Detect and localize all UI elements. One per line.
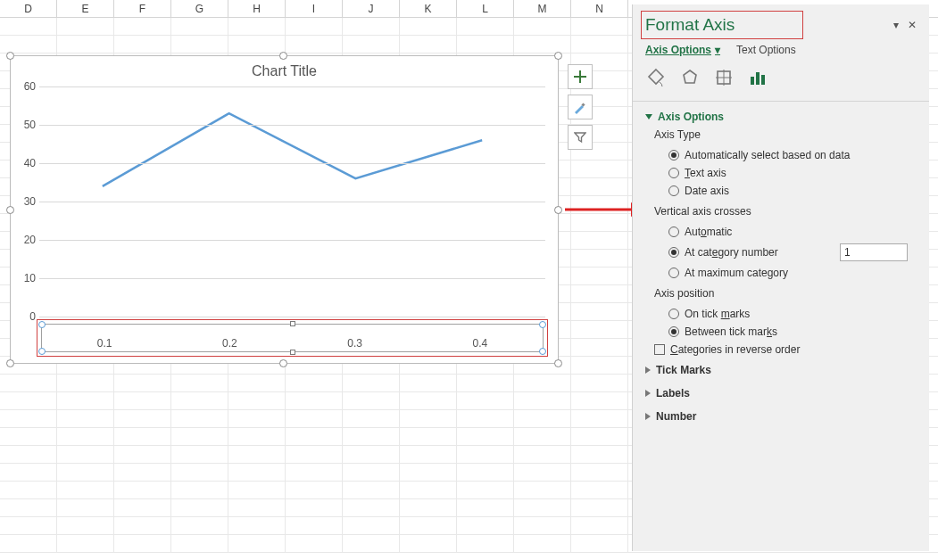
- radio-label: On tick marks: [685, 308, 750, 320]
- col-header[interactable]: L: [457, 0, 514, 17]
- y-tick-label: 0: [14, 310, 36, 323]
- close-icon[interactable]: ✕: [908, 19, 917, 31]
- radio-crosses-auto[interactable]: Automatic: [645, 223, 917, 241]
- group-vertical-crosses: Vertical axis crosses: [645, 200, 917, 223]
- axis-handle[interactable]: [539, 321, 546, 328]
- col-header[interactable]: G: [171, 0, 228, 17]
- radio-date-axis[interactable]: Date axis: [645, 182, 917, 200]
- radio-label: Date axis: [685, 185, 729, 197]
- selection-handle[interactable]: [279, 52, 287, 60]
- collapse-icon: [645, 114, 652, 119]
- checkbox-label: Categories in reverse order: [670, 343, 800, 356]
- svg-marker-3: [684, 70, 696, 83]
- col-header[interactable]: F: [114, 0, 171, 17]
- radio-between-tick-marks[interactable]: Between tick marks: [645, 323, 917, 341]
- radio-icon: [668, 309, 679, 319]
- y-tick-label: 10: [14, 272, 36, 284]
- selection-handle[interactable]: [6, 206, 14, 214]
- horizontal-axis[interactable]: 0.1 0.2 0.3 0.4: [41, 324, 544, 352]
- at-category-input[interactable]: [840, 243, 908, 261]
- expand-icon: [645, 366, 651, 374]
- radio-crosses-at-category[interactable]: At category number: [668, 246, 778, 259]
- svg-rect-9: [761, 75, 765, 85]
- radio-icon: [668, 150, 679, 161]
- y-tick-label: 60: [14, 80, 36, 93]
- chart-object[interactable]: Chart Title 0102030405060 0.1 0.2 0.3 0.…: [10, 55, 559, 364]
- expand-icon: [645, 390, 651, 397]
- radio-label: Between tick marks: [685, 325, 777, 338]
- y-tick-label: 30: [14, 195, 36, 208]
- radio-icon: [668, 226, 679, 237]
- group-axis-type: Axis Type: [645, 123, 917, 146]
- section-label: Labels: [656, 387, 690, 399]
- radio-icon: [668, 268, 679, 278]
- selection-handle[interactable]: [6, 52, 14, 60]
- tab-text-options[interactable]: Text Options: [736, 44, 796, 56]
- chart-elements-button[interactable]: [568, 64, 593, 89]
- axis-handle[interactable]: [290, 321, 295, 326]
- group-axis-position: Axis position: [645, 282, 917, 305]
- task-pane-options-icon[interactable]: ▾: [893, 19, 899, 31]
- section-number[interactable]: Number: [645, 405, 917, 428]
- svg-rect-8: [756, 72, 760, 85]
- col-header[interactable]: E: [57, 0, 114, 17]
- col-header[interactable]: N: [571, 0, 628, 17]
- size-properties-icon[interactable]: [713, 67, 735, 88]
- section-label: Tick Marks: [656, 364, 711, 376]
- plot-area[interactable]: 0102030405060: [39, 86, 545, 317]
- chart-title[interactable]: Chart Title: [11, 56, 558, 86]
- x-tick-label: 0.3: [293, 337, 418, 350]
- radio-label: Automatic: [685, 226, 732, 238]
- radio-icon: [668, 247, 679, 258]
- col-header[interactable]: K: [400, 0, 457, 17]
- selection-handle[interactable]: [554, 52, 562, 60]
- checkbox-reverse-order[interactable]: Categories in reverse order: [645, 341, 917, 358]
- chart-filters-button[interactable]: [568, 125, 593, 150]
- radio-label: At category number: [685, 246, 778, 259]
- x-tick-label: 0.2: [167, 337, 292, 350]
- radio-label: Automatically select based on data: [685, 149, 850, 161]
- dropdown-icon: ▾: [715, 44, 720, 56]
- radio-auto-select[interactable]: Automatically select based on data: [645, 146, 917, 164]
- selection-handle[interactable]: [6, 359, 14, 367]
- radio-on-tick-marks[interactable]: On tick marks: [645, 305, 917, 323]
- selection-handle[interactable]: [279, 359, 287, 367]
- section-labels[interactable]: Labels: [645, 382, 917, 405]
- col-header[interactable]: H: [228, 0, 286, 17]
- col-header[interactable]: I: [286, 0, 343, 17]
- checkbox-icon: [654, 344, 665, 355]
- selection-handle[interactable]: [554, 359, 562, 367]
- radio-text-axis[interactable]: Text axis: [645, 164, 917, 182]
- section-label: Axis Options: [658, 111, 724, 123]
- axis-options-icon[interactable]: [747, 67, 768, 88]
- col-header[interactable]: J: [343, 0, 400, 17]
- section-tick-marks[interactable]: Tick Marks: [645, 358, 917, 382]
- radio-icon: [668, 168, 679, 178]
- chart-contextual-buttons: [568, 64, 593, 150]
- x-tick-label: 0.1: [42, 337, 167, 350]
- col-header[interactable]: M: [514, 0, 571, 17]
- panel-title: Format Axis: [645, 15, 893, 35]
- format-axis-pane: Format Axis ▾ ✕ Axis Options ▾ Text Opti…: [632, 4, 929, 551]
- selection-handle[interactable]: [554, 206, 562, 214]
- tab-axis-options[interactable]: Axis Options ▾: [645, 44, 720, 56]
- section-axis-options[interactable]: Axis Options: [645, 111, 917, 123]
- col-header[interactable]: D: [0, 0, 57, 17]
- axis-handle[interactable]: [539, 348, 546, 355]
- chart-styles-button[interactable]: [568, 95, 593, 119]
- radio-crosses-at-max[interactable]: At maximum category: [645, 264, 917, 282]
- fill-line-icon[interactable]: [645, 67, 667, 88]
- tab-label: Axis Options: [645, 44, 711, 56]
- section-label: Number: [656, 410, 696, 423]
- expand-icon: [645, 413, 651, 420]
- axis-handle[interactable]: [38, 348, 46, 355]
- axis-handle[interactable]: [38, 321, 46, 328]
- y-tick-label: 50: [14, 119, 36, 131]
- effects-icon[interactable]: [679, 67, 701, 88]
- radio-label: At maximum category: [685, 267, 788, 279]
- radio-icon: [668, 326, 679, 337]
- radio-label: Text axis: [685, 167, 726, 179]
- axis-handle[interactable]: [290, 350, 295, 355]
- horizontal-axis-selection[interactable]: 0.1 0.2 0.3 0.4: [37, 319, 548, 357]
- y-tick-label: 20: [14, 234, 36, 246]
